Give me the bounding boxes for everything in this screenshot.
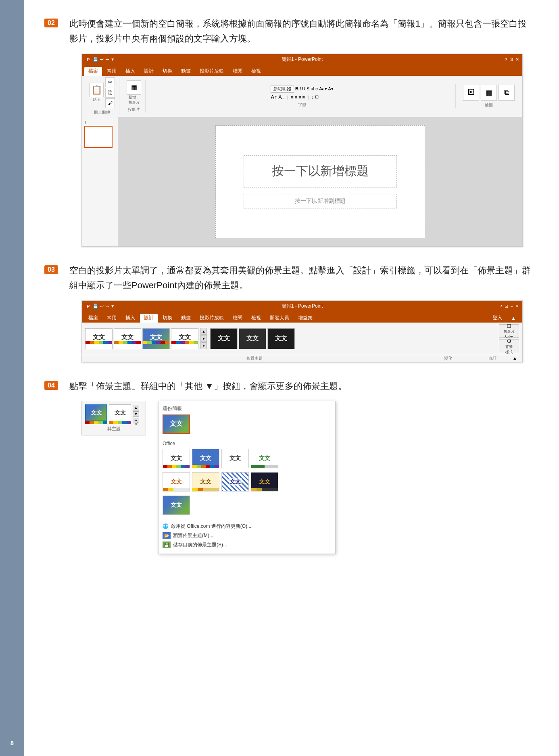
help-btn[interactable]: ?: [505, 57, 507, 62]
close-btn[interactable]: ✕: [515, 57, 519, 62]
restore-btn[interactable]: ⊡: [509, 57, 513, 62]
slide-thumb-1[interactable]: [84, 126, 113, 148]
popup-theme-blue[interactable]: 文文: [192, 449, 219, 468]
font-name-dropdown[interactable]: 新細明體: [271, 85, 294, 93]
slide-title-placeholder[interactable]: 按一下以新增標題: [244, 155, 397, 187]
theme-item-4[interactable]: 文文: [171, 328, 198, 349]
tab2-slideshow[interactable]: 投影片放映: [196, 314, 228, 323]
font-underline-btn[interactable]: U: [302, 86, 305, 91]
tab-review[interactable]: 校閱: [229, 67, 246, 76]
close-btn-2[interactable]: ✕: [515, 304, 519, 309]
copy-btn[interactable]: ⿻: [105, 88, 115, 98]
change-case-btn[interactable]: Aa▾: [319, 86, 327, 92]
font-strikethrough-btn[interactable]: S: [307, 86, 309, 91]
step04-text: 點擊「佈景主題」群組中的「其他 ▼」按鈕，會顯示更多的佈景主題。: [69, 379, 535, 394]
tab2-file[interactable]: 檔案: [84, 314, 102, 323]
line-spacing-btn[interactable]: ↕: [312, 95, 314, 100]
popup-theme-orange[interactable]: 文文: [163, 472, 190, 492]
theme-item-3[interactable]: 文文: [142, 328, 170, 349]
popup-current-item[interactable]: 文文: [163, 414, 190, 434]
font-bold-btn[interactable]: B: [295, 86, 298, 91]
new-slide-btn[interactable]: ▦: [127, 80, 141, 95]
picture-btn[interactable]: 🖼: [463, 85, 479, 101]
tab-design[interactable]: 設計: [140, 67, 158, 76]
theme1-colorbar: [86, 341, 112, 344]
tab-slideshow[interactable]: 投影片放映: [196, 67, 228, 76]
tab2-insert[interactable]: 插入: [121, 314, 139, 323]
align-left-btn[interactable]: ≡: [291, 95, 293, 100]
arrange-btn[interactable]: ⧉: [499, 85, 515, 101]
theme-item-1[interactable]: 文文: [85, 328, 113, 349]
slide-subtitle-placeholder[interactable]: 按一下以新增副標題: [244, 194, 397, 208]
theme-popup: 這份簡報 文文 Office 文文: [158, 401, 336, 554]
scroll-down-left[interactable]: ▼: [133, 411, 139, 417]
format-painter-btn[interactable]: 🖌: [105, 98, 115, 108]
more-btn-2[interactable]: ▼: [111, 304, 115, 308]
popup-theme-green[interactable]: 文文: [251, 449, 278, 468]
help-btn-2[interactable]: ?: [499, 304, 502, 309]
action-link-browse-themes[interactable]: 📂 瀏覽佈景主題(M)...: [163, 531, 331, 540]
tab-insert[interactable]: 插入: [121, 67, 139, 76]
align-right-btn[interactable]: ≡: [298, 95, 301, 100]
tab2-animations[interactable]: 動畫: [177, 314, 195, 323]
current-theme-1[interactable]: 文文: [85, 404, 107, 421]
quick-access-save[interactable]: 💾: [93, 57, 98, 62]
action-link-browse-online[interactable]: 🌐 啟用從 Office.com 進行內容更新(O)...: [163, 522, 331, 531]
shapes-btn[interactable]: ▦: [481, 85, 497, 101]
save-btn-2[interactable]: 💾: [93, 304, 98, 309]
tab-animations[interactable]: 動畫: [177, 67, 195, 76]
tab-home[interactable]: 常用: [103, 67, 121, 76]
theme-item-2[interactable]: 文文: [114, 328, 141, 349]
action-link-save-theme[interactable]: 💾 儲存目前的佈景主題(S)...: [163, 540, 331, 550]
font-italic-btn[interactable]: I: [300, 86, 301, 91]
tab-view[interactable]: 檢視: [247, 67, 265, 76]
restore-btn-2[interactable]: ⊡: [505, 304, 508, 309]
theme-scroll-more[interactable]: ▾: [200, 342, 207, 349]
cut-btn[interactable]: ✂: [105, 77, 115, 87]
align-center-btn[interactable]: ≡: [295, 95, 297, 100]
tab2-transitions[interactable]: 切換: [159, 314, 176, 323]
theme3-colorbar: [143, 341, 169, 344]
popup-theme-plain[interactable]: 文文: [163, 449, 190, 468]
theme-scroll-down[interactable]: ▼: [200, 335, 207, 342]
tab2-addins[interactable]: 增益集: [294, 314, 317, 323]
popup-theme-dark-accent[interactable]: 文文: [251, 472, 278, 492]
paste-btn[interactable]: 📋: [89, 83, 104, 97]
theme-dark-1[interactable]: 文文: [210, 328, 238, 349]
justify-btn[interactable]: ≡: [302, 95, 305, 100]
tab2-view[interactable]: 檢視: [247, 314, 265, 323]
theme-dark-3[interactable]: 文文: [267, 328, 295, 349]
tab2-developer[interactable]: 開發人員: [266, 314, 293, 323]
undo-btn-2[interactable]: ↩: [100, 304, 104, 309]
popup-theme-pattern[interactable]: 文文: [221, 472, 249, 492]
font-color-btn[interactable]: A▾: [328, 86, 334, 92]
slide-format-btn[interactable]: ⚙ 背景樣式: [499, 339, 519, 353]
login-arrow[interactable]: ▲: [507, 314, 520, 323]
slide-size-btn[interactable]: ⊡ 投影片大小▾: [499, 324, 519, 338]
login-btn[interactable]: 登入: [488, 314, 506, 323]
current-theme-2[interactable]: 文文: [109, 404, 131, 421]
quick-access-more[interactable]: ▼: [111, 57, 115, 62]
tab2-design[interactable]: 設計: [140, 314, 158, 323]
popup-theme-gold[interactable]: 文文: [192, 472, 219, 492]
theme-dark-2[interactable]: 文文: [239, 328, 266, 349]
tab-file[interactable]: 檔案: [84, 67, 102, 76]
ppt-titlebar-2: P 💾 ↩ ↪ ▼ 簡報1 - PowerPoint ? ⊡ −: [82, 301, 522, 312]
tab2-home[interactable]: 常用: [103, 314, 121, 323]
scroll-more-left[interactable]: ▾ ↙: [133, 418, 139, 423]
quick-access-undo[interactable]: ↩: [100, 57, 104, 62]
popup-theme-teal[interactable]: 文文: [163, 496, 190, 515]
quick-access-redo[interactable]: ↪: [105, 57, 109, 62]
font-shadow-btn[interactable]: abc: [311, 86, 318, 91]
font-size-increase[interactable]: A↑: [271, 94, 277, 100]
columns-btn[interactable]: ⊟: [315, 94, 319, 100]
popup-theme-plain2[interactable]: 文文: [221, 449, 249, 468]
redo-btn-2[interactable]: ↪: [105, 304, 109, 309]
scroll-up-left[interactable]: ▲: [133, 405, 139, 410]
tab2-review[interactable]: 校閱: [229, 314, 246, 323]
font-size-decrease[interactable]: A↓: [278, 94, 284, 100]
theme-scroll-up[interactable]: ▲: [200, 328, 207, 335]
minimize-btn-2[interactable]: −: [511, 304, 513, 309]
font-group: 新細明體 B I U S abc Aa▾ A▾: [149, 84, 456, 108]
tab-transitions[interactable]: 切換: [159, 67, 176, 76]
